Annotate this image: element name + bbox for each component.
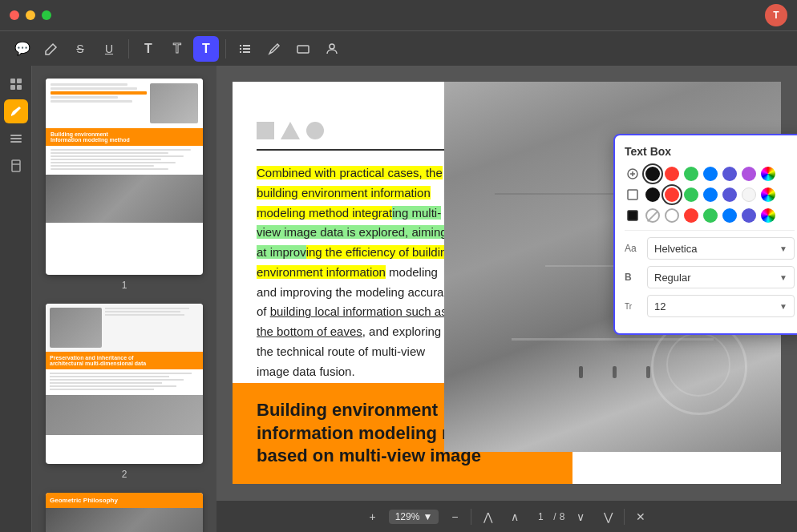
svg-rect-17 (628, 190, 637, 200)
svg-point-7 (330, 44, 334, 49)
weight-label: B (625, 272, 641, 283)
next-page-bottom-button[interactable]: ⋁ (597, 506, 619, 528)
color-violet-1[interactable] (742, 167, 756, 181)
color-green-1[interactable] (684, 167, 698, 181)
svg-rect-4 (240, 51, 241, 53)
next-page-button[interactable]: ∨ (569, 506, 592, 528)
color-empty-circle[interactable] (665, 208, 679, 223)
sidebar-panels-button[interactable] (4, 72, 28, 96)
strikethrough-tool-button[interactable]: S (67, 36, 93, 62)
sidebar-bookmark-button[interactable] (4, 154, 28, 178)
color-blue-3[interactable] (722, 208, 737, 223)
svg-rect-14 (10, 141, 22, 143)
svg-rect-2 (240, 48, 241, 50)
bottom-bar-sep-2 (624, 509, 625, 525)
text-outline-tool-button[interactable]: T (164, 36, 190, 62)
main-toolbar: 💬 S U T T T (0, 30, 797, 66)
size-select[interactable]: 12 ▼ (647, 295, 795, 317)
thumbnail-item[interactable]: Geometric Philosophy 3 (45, 493, 204, 532)
svg-rect-9 (17, 79, 22, 83)
svg-rect-1 (243, 45, 250, 46)
svg-rect-8 (10, 79, 15, 83)
shape-square (257, 122, 274, 139)
page-navigation: 1 / 8 (531, 511, 564, 522)
popup-divider-1 (625, 230, 795, 231)
zoom-in-button[interactable]: + (362, 506, 384, 528)
shape-tool-button[interactable] (290, 36, 316, 62)
svg-rect-10 (10, 85, 15, 90)
user-tool-button[interactable] (319, 36, 345, 62)
comment-tool-button[interactable]: 💬 (10, 36, 35, 62)
thumbnail-item[interactable]: Preservation and inheritance ofarchitect… (45, 304, 204, 480)
list-tool-button[interactable] (233, 36, 258, 62)
color-rainbow-3[interactable] (761, 208, 775, 223)
thumb1-orange-bar: Building environmentInformation modeling… (46, 128, 203, 146)
size-dropdown-arrow: ▼ (779, 302, 787, 311)
color-blue-1[interactable] (703, 167, 718, 181)
prev-page-button[interactable]: ∧ (504, 506, 526, 528)
thumbnail-label: 2 (122, 469, 127, 480)
thumbnail-frame: Building environmentInformation modeling… (46, 79, 203, 275)
text-box-tool-button[interactable]: T (193, 36, 219, 62)
color-red-3[interactable] (684, 208, 698, 223)
color-blue-2[interactable] (703, 187, 718, 202)
close-button[interactable] (10, 10, 19, 20)
color-purple-1[interactable] (722, 167, 737, 181)
thumbnail-label: 1 (122, 280, 127, 291)
underline-tool-button[interactable]: U (96, 36, 122, 62)
zoom-dropdown-arrow[interactable]: ▼ (423, 511, 432, 522)
weight-value: Regular (654, 272, 691, 284)
color-purple-2[interactable] (722, 187, 737, 202)
svg-rect-13 (10, 138, 22, 139)
thumbnail-item[interactable]: Building environmentInformation modeling… (45, 79, 204, 291)
font-label: Aa (625, 243, 641, 254)
font-dropdown-arrow: ▼ (779, 244, 787, 253)
prev-page-top-button[interactable]: ⋀ (476, 506, 499, 528)
color-row-1 (625, 166, 795, 182)
textbox-popup: Text Box (613, 134, 797, 335)
color-rainbow-2[interactable] (761, 187, 775, 202)
svg-rect-5 (243, 51, 250, 53)
draw-tool-button[interactable] (261, 36, 287, 62)
weight-dropdown-arrow: ▼ (779, 273, 787, 282)
svg-rect-18 (628, 211, 637, 220)
color-none[interactable] (645, 208, 660, 223)
fullscreen-button[interactable] (42, 10, 51, 20)
thumbnails-panel: Building environmentInformation modeling… (32, 66, 216, 532)
color-black-1[interactable] (645, 167, 660, 181)
text-tool-button[interactable]: T (136, 36, 161, 62)
current-page-input[interactable]: 1 (531, 511, 550, 522)
minimize-button[interactable] (26, 10, 35, 20)
zoom-out-button[interactable]: − (443, 506, 466, 528)
svg-rect-3 (243, 48, 250, 50)
color-rainbow-1[interactable] (761, 167, 775, 181)
toolbar-separator-2 (225, 39, 226, 58)
svg-rect-12 (10, 135, 22, 136)
color-red-1[interactable] (665, 167, 679, 181)
size-label: Tr (625, 302, 641, 311)
title-bar: T (0, 0, 797, 30)
pen-tool-button[interactable] (38, 36, 64, 62)
color-red-2[interactable] (665, 187, 679, 202)
sidebar-annotate-button[interactable] (4, 99, 28, 123)
total-pages: 8 (560, 511, 565, 522)
color-green-2[interactable] (684, 187, 698, 202)
color-mode-icon-3 (625, 208, 641, 224)
weight-select[interactable]: Regular ▼ (647, 266, 795, 288)
svg-rect-6 (297, 46, 309, 53)
color-green-3[interactable] (703, 208, 718, 223)
shape-triangle (281, 122, 300, 139)
user-avatar[interactable]: T (765, 4, 787, 26)
color-black-2[interactable] (645, 187, 660, 202)
thumbnail-frame: Preservation and inheritance ofarchitect… (46, 304, 203, 464)
sidebar-list-button[interactable] (4, 127, 28, 151)
zoom-value: 129% (395, 511, 420, 522)
color-purple-3[interactable] (742, 208, 756, 223)
color-white-2[interactable] (742, 187, 756, 202)
font-value: Helvetica (654, 243, 697, 255)
color-mode-icon-1 (625, 166, 641, 182)
close-doc-button[interactable]: ✕ (629, 506, 652, 528)
main-text-area: Combined with practical cases, the build… (257, 106, 457, 381)
font-select[interactable]: Helvetica ▼ (647, 237, 795, 260)
thumbnail-frame: Geometric Philosophy (46, 493, 203, 532)
